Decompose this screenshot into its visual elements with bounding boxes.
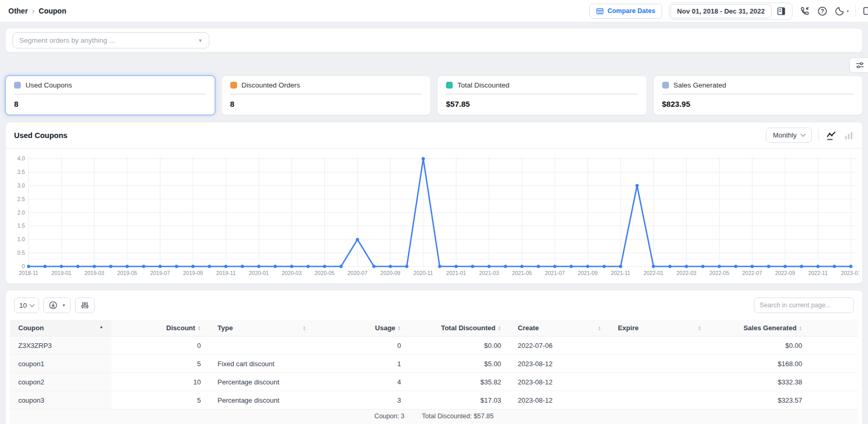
cell-coupon: coupon3 xyxy=(10,391,111,409)
column-header-expire[interactable]: Expire▲▼ xyxy=(610,320,710,336)
cell-type: Fixed cart discount xyxy=(209,355,315,373)
table-row[interactable]: coupon210Percentage discount4$35.822023-… xyxy=(10,373,858,391)
stat-marker xyxy=(662,82,669,89)
svg-text:2020-05: 2020-05 xyxy=(315,270,334,276)
svg-text:2021-03: 2021-03 xyxy=(479,270,499,276)
column-settings-button[interactable] xyxy=(75,297,95,313)
line-chart-toggle[interactable] xyxy=(826,130,837,141)
svg-text:2019-07: 2019-07 xyxy=(150,270,170,276)
svg-text:3.5: 3.5 xyxy=(17,169,25,175)
chart-card: Used Coupons Monthly xyxy=(5,122,863,284)
column-header-usage[interactable]: Usage▲▼ xyxy=(314,320,409,336)
cell-expire xyxy=(610,391,710,409)
svg-text:1.0: 1.0 xyxy=(17,236,25,242)
column-header-discount[interactable]: Discount▲▼ xyxy=(111,320,209,336)
gutter-cell xyxy=(811,373,858,391)
bar-chart-icon xyxy=(844,130,854,141)
sort-icon[interactable]: ▲▼ xyxy=(99,326,103,331)
stat-card-used-coupons[interactable]: Used Coupons 8 xyxy=(5,76,215,115)
help-button[interactable]: ? xyxy=(817,6,828,17)
stat-label: Discounted Orders xyxy=(242,81,301,89)
svg-text:2021-05: 2021-05 xyxy=(512,270,532,276)
column-header-create[interactable]: Create▲▼ xyxy=(510,320,610,336)
sort-icon[interactable]: ▲▼ xyxy=(498,326,501,331)
svg-text:2019-09: 2019-09 xyxy=(183,270,203,276)
date-range-group: Nov 01, 2018 - Dec 31, 2022 xyxy=(669,3,792,20)
sort-icon[interactable]: ▲▼ xyxy=(598,326,601,331)
chart-controls: Monthly xyxy=(766,128,854,143)
divider xyxy=(446,94,638,94)
table-body: Z3X3ZRP300$0.002022-07-06$0.00coupon15Fi… xyxy=(10,336,858,409)
svg-text:2021-01: 2021-01 xyxy=(446,270,466,276)
divider xyxy=(855,5,856,17)
phone-support-button[interactable] xyxy=(799,6,810,17)
used-coupons-line-chart: 00.51.01.52.02.53.03.54.02018-112019-012… xyxy=(8,153,859,281)
svg-text:2020-11: 2020-11 xyxy=(414,270,433,276)
column-header-type[interactable]: Type▲▼ xyxy=(209,320,315,336)
customize-row xyxy=(5,57,868,73)
svg-text:2019-05: 2019-05 xyxy=(117,270,137,276)
segment-select[interactable]: Segment orders by anything ... ▼ xyxy=(13,32,209,48)
calendar-picker-icon[interactable] xyxy=(772,6,791,16)
column-header-sales-generated[interactable]: Sales Generated▲▼ xyxy=(710,320,811,336)
gutter-cell xyxy=(811,336,858,355)
summary-coupon-count: Coupon: 3 xyxy=(375,413,405,420)
cell-sales-generated: $168.00 xyxy=(710,355,811,373)
interval-select[interactable]: Monthly xyxy=(766,128,812,143)
date-range-button[interactable]: Nov 01, 2018 - Dec 31, 2022 xyxy=(671,4,772,18)
svg-text:2.5: 2.5 xyxy=(17,196,25,202)
cell-discount: 0 xyxy=(111,336,209,355)
topbar: Other › Coupon Compare Dates Nov 01, 201… xyxy=(0,0,868,22)
divider xyxy=(14,94,206,94)
sort-icon[interactable]: ▲▼ xyxy=(398,326,401,331)
cell-type: Percentage discount xyxy=(209,373,315,391)
column-settings-icon xyxy=(80,301,90,310)
sort-icon[interactable]: ▲▼ xyxy=(799,326,802,331)
phone-incoming-icon xyxy=(799,6,810,17)
stat-card-discounted-orders[interactable]: Discounted Orders 8 xyxy=(221,76,431,115)
dark-mode-button[interactable]: ▾ xyxy=(835,6,849,16)
gutter-column xyxy=(811,320,858,336)
table-row[interactable]: coupon15Fixed cart discount1$5.002023-08… xyxy=(10,355,858,373)
sort-icon[interactable]: ▲▼ xyxy=(303,326,306,331)
line-chart-icon xyxy=(826,130,837,141)
page-size-select[interactable]: 10 xyxy=(14,297,39,313)
column-header-total-discounted[interactable]: Total Discounted▲▼ xyxy=(410,320,510,336)
stat-label: Total Discounted xyxy=(457,81,510,89)
svg-text:1.5: 1.5 xyxy=(17,223,25,229)
bar-chart-toggle[interactable] xyxy=(844,130,854,141)
stat-card-sales-generated[interactable]: Sales Generated $823.95 xyxy=(653,76,863,115)
svg-text:?: ? xyxy=(821,8,824,14)
customize-cards-button[interactable] xyxy=(849,57,868,73)
sort-icon[interactable]: ▲▼ xyxy=(698,326,701,331)
coupons-table: Coupon▲▼Discount▲▼Type▲▼Usage▲▼Total Dis… xyxy=(10,320,858,423)
column-label: Sales Generated xyxy=(718,324,797,332)
cell-discount: 5 xyxy=(111,391,209,409)
svg-text:2023-01: 2023-01 xyxy=(841,270,859,276)
column-header-coupon[interactable]: Coupon▲▼ xyxy=(10,320,111,336)
table-row[interactable]: coupon35Percentage discount3$17.032023-0… xyxy=(10,391,858,409)
cell-usage: 0 xyxy=(314,336,409,355)
cell-coupon: coupon1 xyxy=(10,355,111,373)
svg-text:0: 0 xyxy=(22,264,25,269)
stat-value: $57.85 xyxy=(446,99,638,108)
cell-discount: 5 xyxy=(111,355,209,373)
table-row[interactable]: Z3X3ZRP300$0.002022-07-06$0.00 xyxy=(10,336,858,355)
export-button[interactable]: ▼ xyxy=(43,297,71,313)
svg-text:3.0: 3.0 xyxy=(17,183,25,189)
sort-icon[interactable]: ▲▼ xyxy=(197,326,201,331)
column-label: Expire xyxy=(618,324,696,332)
cell-create: 2023-08-12 xyxy=(510,355,610,373)
stat-card-total-discounted[interactable]: Total Discounted $57.85 xyxy=(437,76,647,115)
partial-edge-button[interactable] xyxy=(863,6,868,16)
svg-text:2020-03: 2020-03 xyxy=(282,270,302,276)
cell-total-discounted: $5.00 xyxy=(410,355,510,373)
svg-text:2021-09: 2021-09 xyxy=(578,270,598,276)
svg-text:0.5: 0.5 xyxy=(17,250,25,256)
search-input[interactable] xyxy=(754,297,854,313)
stat-value: 8 xyxy=(230,99,423,108)
breadcrumb-parent[interactable]: Other xyxy=(8,7,28,15)
compare-dates-button[interactable]: Compare Dates xyxy=(589,4,662,19)
column-label: Usage xyxy=(323,324,395,332)
cell-total-discounted: $35.82 xyxy=(410,373,510,391)
